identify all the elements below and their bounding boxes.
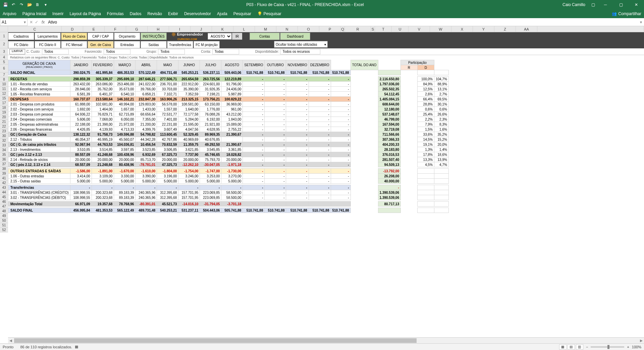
row-header-7[interactable]: 7 — [0, 73, 8, 77]
cashflow-table[interactable]: GERAÇÃO DE CAIXA(REALIZADO | PAGO)JANEIR… — [8, 60, 449, 213]
save-icon[interactable]: 💾 — [3, 2, 8, 7]
row-header-42[interactable]: 42 — [0, 181, 8, 185]
row-o215[interactable]: 2.15 - Outras saídas5.000,005.000,005.00… — [8, 179, 449, 184]
row-header-19[interactable]: 19 — [0, 110, 8, 115]
btn-dashboard[interactable]: Dashboard — [280, 33, 310, 40]
col-header-J[interactable]: J — [191, 26, 212, 32]
col-header-X[interactable]: X — [451, 26, 473, 32]
col-header-M[interactable]: M — [255, 26, 276, 32]
scroll-thumb[interactable] — [14, 338, 417, 343]
tab-desenvolvedor[interactable]: Desenvolvedor — [184, 11, 211, 16]
view-layout-icon[interactable]: ▤ — [568, 344, 575, 350]
btn-fluxo-caixa[interactable]: Fluxo de Caixa — [61, 33, 87, 40]
row-r102[interactable]: 1.02 - Receita com serviços28.846,0035.7… — [8, 87, 449, 92]
row-gc2[interactable]: GC | G. de caixa pós tributos92.067,9444… — [8, 142, 449, 147]
row-header-43[interactable]: 43 — [0, 185, 8, 190]
tab-formulas[interactable]: Fórmulas — [107, 11, 124, 16]
select-all-corner[interactable] — [0, 26, 8, 32]
row-header-51[interactable]: 51 — [0, 223, 8, 228]
new-icon[interactable]: 🗎 — [35, 2, 40, 7]
row-header-5[interactable]: 5 — [0, 60, 8, 64]
row-header-50[interactable]: 50 — [0, 218, 8, 223]
btn-transferencias[interactable]: Transferências — [167, 41, 193, 48]
tab-ajuda[interactable]: Ajuda — [217, 11, 227, 16]
macro-record-icon[interactable]: ▦ — [75, 345, 78, 349]
col-header-Y[interactable]: Y — [473, 26, 494, 32]
row-header-47[interactable]: 47 — [0, 204, 8, 209]
row-header-2[interactable]: 2 — [0, 40, 8, 48]
row-o106[interactable]: 1.06 - Outras entradas3.414,003.109,003.… — [8, 174, 449, 179]
col-header-Q[interactable]: Q — [341, 26, 345, 32]
col-header-U[interactable]: U — [392, 26, 409, 32]
row-header-21[interactable]: 21 — [0, 120, 8, 124]
tab-layout[interactable]: Layout da Página — [69, 11, 101, 16]
col-header-S[interactable]: S — [371, 26, 375, 32]
view-normal-icon[interactable]: ▦ — [559, 344, 567, 350]
filter-disp[interactable]: Todos os recursos — [280, 49, 320, 54]
btn-fc-diario[interactable]: FC Diário — [8, 41, 34, 48]
row-d206[interactable]: 2.06 - Despesas financeiras4.426,854.139… — [8, 127, 449, 132]
scroll-right-icon[interactable]: ▸ — [639, 337, 644, 343]
col-header-N[interactable]: N — [276, 26, 298, 32]
row-d204[interactable]: 2.04 - Despesas comerciais5.606,007.068,… — [8, 117, 449, 122]
row-ret[interactable]: 2.14 - Retirada de sócios20.000,0020.000… — [8, 157, 449, 162]
row-mov[interactable]: Movimentação Total66.971,0919.357,6878.7… — [8, 202, 449, 207]
btn-limpar[interactable]: LIMPAR — [9, 49, 25, 54]
col-header-R[interactable]: R — [345, 26, 371, 32]
btn-ger-caixa[interactable]: Ger. de Caixa — [88, 41, 114, 48]
row-header-18[interactable]: 18 — [0, 105, 8, 110]
zoom-slider[interactable] — [591, 346, 624, 348]
row-header-48[interactable]: 48 — [0, 209, 8, 214]
row-transf[interactable]: Transferências-------------- — [8, 185, 449, 190]
tell-me[interactable]: 💡 Pesquisar — [257, 11, 281, 16]
row-d201[interactable]: 2.01 - Despesa com produtos61.888,00102.… — [8, 102, 449, 107]
row-inv[interactable]: 2.13 - Investimentos3.510,853.514,853.59… — [8, 147, 449, 152]
col-header-K[interactable]: K — [212, 26, 233, 32]
row-outras[interactable]: OUTRAS ENTRADAS E SAÍDAS-1.586,00-1.891,… — [8, 169, 449, 174]
row-header-36[interactable]: 36 — [0, 157, 8, 162]
btn-contas[interactable]: Contas — [250, 33, 280, 40]
btn-cap[interactable]: CAP / CAP — [88, 33, 114, 40]
account-icon[interactable]: ▢ — [589, 2, 598, 7]
col-header-L[interactable]: L — [233, 26, 255, 32]
zoom-out-icon[interactable]: − — [586, 345, 588, 349]
col-header-F[interactable]: F — [105, 26, 126, 32]
row-despesas[interactable]: DESPESAS160.737,07213.580,64146.102,2123… — [8, 97, 449, 102]
row-r101[interactable]: 1.01 - Receita de vendas263.432,00263.08… — [8, 82, 449, 87]
tab-inicio[interactable]: Página Inicial — [22, 11, 46, 16]
tab-exibir[interactable]: Exibir — [168, 11, 178, 16]
col-header-C[interactable]: C — [8, 26, 62, 32]
filter-grupo[interactable]: Todos — [158, 49, 185, 54]
row-saldo_inicial[interactable]: SALDO INICIAL390.024,75461.995,84486.353… — [8, 70, 449, 75]
row-receitas[interactable]: RECEITAS298.859,39305.339,37295.699,1028… — [8, 77, 449, 82]
zoom-level[interactable]: 100% — [632, 345, 641, 349]
formula-expand-icon[interactable]: ▾ — [638, 20, 644, 25]
row-header-34[interactable]: 34 — [0, 148, 8, 152]
open-icon[interactable]: 📂 — [27, 2, 32, 7]
btn-saidas[interactable]: Saídas — [141, 41, 167, 48]
column-headers[interactable]: CDEFGHIJKLMNOPQRSTUVWXYZAA — [0, 26, 644, 32]
row-saldo_final[interactable]: SALDO FINAL456.995,84481.353,53565.122,4… — [8, 208, 449, 213]
col-header-V[interactable]: V — [409, 26, 430, 32]
row-header-1[interactable]: 1 — [0, 32, 8, 40]
col-header-T[interactable]: T — [375, 26, 392, 32]
btn-entradas[interactable]: Entradas — [114, 41, 140, 48]
zoom-in-icon[interactable]: + — [627, 345, 629, 349]
btn-lancamentos[interactable]: Lançamentos — [35, 33, 61, 40]
col-header-AA[interactable]: AA — [516, 26, 537, 32]
row-header-39[interactable]: 39 — [0, 171, 8, 176]
col-header-W[interactable]: W — [430, 26, 451, 32]
formula-input[interactable]: Ativo — [46, 20, 638, 25]
qat-dropdown-icon[interactable]: ▾ — [43, 2, 48, 7]
row-header-30[interactable]: 30 — [0, 134, 8, 138]
filter-conta[interactable]: Todas — [212, 49, 239, 54]
row-header-6[interactable]: 6 — [0, 64, 8, 73]
btn-fc-mensal[interactable]: FC Mensal — [61, 41, 87, 48]
row-header-17[interactable]: 17 — [0, 101, 8, 105]
scroll-left-icon[interactable]: ◂ — [8, 337, 13, 343]
row-gc4[interactable]: GC | pós 2.12, 2.13 e 2.1468.557,0921.24… — [8, 162, 449, 167]
row-header-11[interactable]: 11 — [0, 87, 8, 91]
horizontal-scrollbar[interactable]: ◂ ▸ — [8, 337, 644, 343]
tab-arquivo[interactable]: Arquivo — [3, 11, 16, 16]
row-header-52[interactable]: 52 — [0, 228, 8, 232]
